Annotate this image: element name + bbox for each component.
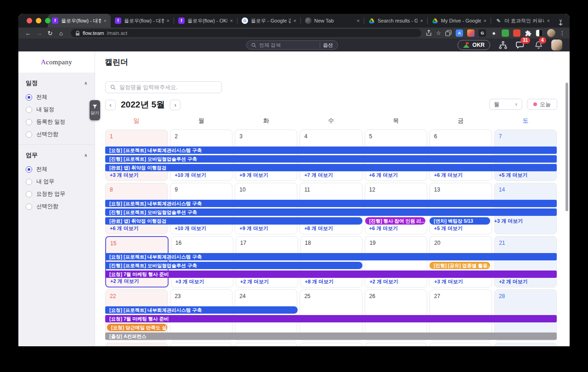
filter-option[interactable]: 내 일정 bbox=[26, 103, 87, 116]
chat-button[interactable]: 31 bbox=[516, 40, 526, 50]
evernote-extension-icon[interactable] bbox=[502, 29, 509, 37]
dark-mode-extension-icon[interactable] bbox=[536, 29, 543, 37]
event-bar[interactable]: [요청] 7월 마케팅 행사 준비 bbox=[105, 315, 557, 322]
event-bar[interactable]: [요청] [프로젝트] 내부회계관리시스템 구축 bbox=[105, 306, 298, 314]
more-events-link[interactable]: +10 개 더보기 bbox=[175, 225, 206, 232]
view-mode-select[interactable]: 월 ∨ bbox=[489, 99, 522, 110]
more-events-link[interactable]: +7 개 더보기 bbox=[304, 172, 333, 179]
today-button[interactable]: 오늘 bbox=[527, 99, 557, 110]
share-icon[interactable] bbox=[426, 30, 432, 36]
more-events-link[interactable]: +3 개 더보기 bbox=[175, 278, 204, 285]
next-month-button[interactable]: › bbox=[170, 100, 181, 110]
tab-groups-icon[interactable] bbox=[445, 30, 452, 36]
g-extension-icon[interactable]: G bbox=[479, 29, 486, 37]
more-events-link[interactable]: +5 개 더보기 bbox=[499, 172, 528, 179]
tab-close-icon[interactable]: × bbox=[104, 18, 107, 23]
browser-tab[interactable]: f플로우(flow) - 대한민국× bbox=[48, 14, 111, 28]
event-search-input[interactable]: 일정명을 입력해주세요. bbox=[105, 81, 222, 93]
browser-profile-avatar[interactable] bbox=[547, 29, 555, 37]
filter-option[interactable]: 선택안함 bbox=[26, 200, 87, 213]
more-events-link[interactable]: +2 개 더보기 bbox=[499, 278, 528, 285]
more-events-link[interactable]: +8 개 더보기 bbox=[304, 225, 333, 232]
radio-button[interactable] bbox=[26, 179, 32, 185]
more-events-link[interactable]: +6 개 더보기 bbox=[110, 225, 139, 232]
filter-option[interactable]: 선택안함 bbox=[26, 128, 87, 141]
maximize-window-button[interactable] bbox=[45, 18, 51, 23]
more-events-link[interactable]: +2 개 더보기 bbox=[369, 278, 398, 285]
address-bar[interactable]: flow.team/main.act bbox=[71, 29, 421, 37]
event-bar[interactable]: [요청] 당근메일 만족도 설… bbox=[107, 324, 167, 331]
okr-button[interactable]: OKR bbox=[458, 40, 490, 50]
radio-button[interactable] bbox=[26, 191, 32, 197]
section-header[interactable]: 업무∧ bbox=[26, 149, 87, 163]
user-avatar[interactable] bbox=[551, 39, 562, 51]
compass-extension-icon[interactable]: ◆ bbox=[490, 29, 498, 37]
filter-option[interactable]: 전체 bbox=[26, 91, 87, 103]
red-grid-extension-icon[interactable] bbox=[513, 29, 520, 37]
radio-button[interactable] bbox=[26, 94, 32, 101]
event-bar[interactable]: [요청] [프로젝트] 내부회계관리시스템 구축 bbox=[105, 253, 557, 260]
event-bar[interactable]: [진행] [프로젝트] 모바일협업솔루션 구축 bbox=[105, 262, 362, 269]
day-cell[interactable] bbox=[430, 343, 492, 346]
tab-close-icon[interactable]: × bbox=[547, 18, 550, 23]
day-cell[interactable] bbox=[235, 343, 297, 346]
more-events-link[interactable]: +3 개 더보기 bbox=[494, 217, 554, 225]
radio-button[interactable] bbox=[26, 203, 32, 210]
event-bar[interactable]: [요청] [프로젝트] 내부회계관리시스템 구축 bbox=[105, 200, 557, 207]
org-chart-button[interactable] bbox=[498, 40, 508, 50]
more-events-link[interactable]: +6 개 더보기 bbox=[369, 172, 398, 179]
event-bar[interactable]: [요청] 7월 마케팅 행사 준비 bbox=[105, 271, 557, 278]
more-events-link[interactable]: +3 개 더보기 bbox=[434, 278, 463, 285]
event-bar[interactable]: [완료] 앱) 취약점 이행점검 bbox=[105, 164, 557, 171]
close-window-button[interactable] bbox=[27, 18, 32, 23]
more-events-link[interactable]: +9 개 더보기 bbox=[239, 172, 268, 179]
search-option-button[interactable]: 옵션 bbox=[323, 42, 333, 49]
filter-option[interactable]: 내 업무 bbox=[26, 175, 87, 188]
global-search[interactable]: 전체 검색 옵션 bbox=[246, 40, 338, 50]
more-events-link[interactable]: +2 개 더보기 bbox=[110, 278, 139, 285]
day-cell[interactable] bbox=[105, 343, 168, 346]
day-cell[interactable] bbox=[170, 343, 232, 346]
event-bar[interactable]: [요청] [프로젝트] 내부회계관리시스템 구축 bbox=[105, 147, 557, 154]
browser-tab[interactable]: Search results - Goo× bbox=[364, 14, 427, 28]
day-cell[interactable]: 21+2 개 더보기 bbox=[494, 236, 557, 287]
tab-close-icon[interactable]: × bbox=[167, 18, 170, 23]
browser-tab[interactable]: f플로우(flow) - 대한민국× bbox=[111, 14, 174, 28]
event-bar[interactable]: [진행] 행사 참여 인원 리… bbox=[365, 217, 425, 225]
filter-option[interactable]: 등록한 일정 bbox=[26, 116, 87, 128]
browser-menu-icon[interactable]: ⋮ bbox=[560, 30, 565, 36]
more-events-link[interactable]: +10 개 더보기 bbox=[175, 172, 206, 179]
tab-close-icon[interactable]: × bbox=[420, 18, 423, 23]
extensions-puzzle-icon[interactable] bbox=[525, 30, 531, 37]
bookmark-star-icon[interactable]: ☆ bbox=[436, 30, 441, 36]
event-bar[interactable]: [연차] 백팀장 5/13 bbox=[430, 217, 490, 225]
event-bar[interactable]: [진행] [프로젝트] 모바일협업솔루션 구축 bbox=[105, 155, 557, 163]
tab-close-icon[interactable]: × bbox=[357, 18, 360, 23]
more-events-link[interactable]: +6 개 더보기 bbox=[434, 172, 463, 179]
section-header[interactable]: 일정∧ bbox=[26, 77, 87, 91]
browser-tab[interactable]: My Drive - Google D× bbox=[428, 14, 491, 28]
event-bar[interactable]: [진행] [공유] 업종별 활용… bbox=[430, 262, 490, 269]
radio-button[interactable] bbox=[26, 166, 32, 173]
colorful-extension-icon[interactable] bbox=[467, 29, 475, 37]
translate-extension-icon[interactable]: A bbox=[456, 29, 463, 37]
reload-icon[interactable]: ↻ bbox=[45, 30, 55, 37]
browser-tab[interactable]: f플로우(flow) - OKR× bbox=[174, 14, 237, 28]
radio-button[interactable] bbox=[26, 107, 32, 113]
sidebar-close-button[interactable]: 닫기 bbox=[90, 100, 100, 120]
tab-search-chevron-icon[interactable]: ∨ bbox=[559, 18, 562, 23]
radio-button[interactable] bbox=[26, 131, 32, 138]
home-icon[interactable]: ⌂ bbox=[56, 30, 66, 37]
event-bar[interactable]: [완료] 앱) 취약점 이행점검 bbox=[105, 217, 362, 225]
minimize-window-button[interactable] bbox=[36, 18, 41, 23]
more-events-link[interactable]: +2 개 더보기 bbox=[240, 278, 269, 285]
tab-close-icon[interactable]: × bbox=[230, 18, 233, 23]
more-events-link[interactable]: +9 개 더보기 bbox=[239, 225, 268, 232]
event-bar[interactable]: [진행] [프로젝트] 모바일협업솔루션 구축 bbox=[105, 209, 557, 216]
browser-tab[interactable]: New Tab× bbox=[301, 14, 364, 28]
more-events-link[interactable]: +8 개 더보기 bbox=[305, 278, 334, 285]
event-bar[interactable]: [출장] A컨퍼런스 bbox=[105, 333, 557, 340]
more-events-link[interactable]: +5 개 더보기 bbox=[434, 225, 463, 232]
day-cell[interactable] bbox=[365, 343, 427, 346]
filter-option[interactable]: 요청한 업무 bbox=[26, 188, 87, 200]
